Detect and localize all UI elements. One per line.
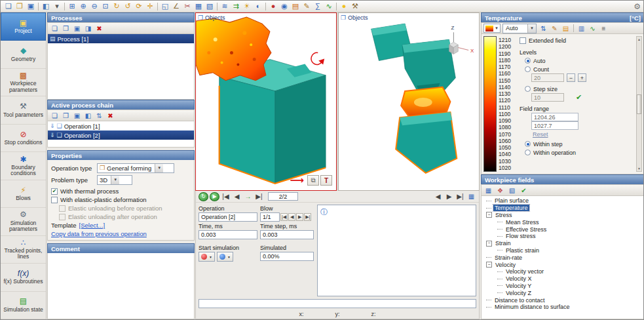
fields-list-icon[interactable]: ▦ (483, 186, 493, 195)
new-document-icon[interactable]: ❏ (3, 2, 14, 11)
sidebar-item-tool-parameters[interactable]: ⚒Tool parameters (1, 96, 46, 124)
start-record-button[interactable]: ▼ (199, 252, 215, 262)
tree-item-mean-stress[interactable]: Mean Stress (482, 218, 644, 226)
transparency-icon[interactable]: ◐ (253, 2, 263, 11)
within-operation-radio[interactable] (525, 150, 531, 155)
tree-item-velocity-vector[interactable]: Velocity vector (482, 268, 644, 275)
previous-blow-icon[interactable]: ◀ (288, 213, 295, 221)
sidebar-item-boundary-conditions[interactable]: ✱Boundary conditions (1, 152, 46, 180)
first-record-icon[interactable]: |◀ (221, 192, 231, 201)
play-records-icon[interactable]: → (243, 192, 253, 201)
tree-item-velocity-x[interactable]: Velocity X (482, 275, 644, 283)
sidebar-item-geometry[interactable]: ◆Geometry (1, 41, 46, 68)
tree-item-strain-rate[interactable]: Strain-rate (482, 254, 644, 261)
palette-dropdown[interactable]: ▼ (483, 24, 501, 33)
record-animation-icon[interactable]: ● (268, 2, 278, 11)
simulation-info-box[interactable]: ⓘ (317, 205, 476, 296)
apply-field-icon[interactable]: ✔ (519, 186, 529, 195)
extended-field-checkbox[interactable] (520, 37, 526, 44)
tree-item-flow-stress[interactable]: Flow stress (482, 233, 644, 240)
operation-item-1[interactable]: ⇓ ❑ Operation [1] (48, 121, 194, 130)
save-project-icon[interactable]: ▣ (26, 2, 36, 11)
scale-mode-select[interactable]: Auto ▼ (502, 24, 537, 33)
range-max-input[interactable]: 1204.26 (531, 113, 578, 121)
lighting-icon[interactable]: ☀ (242, 2, 252, 11)
tool-labels-button[interactable]: T (320, 175, 332, 186)
delete-operation-icon[interactable]: ✖ (105, 111, 115, 120)
open-project-icon[interactable]: ❐ (14, 2, 25, 11)
tree-item-velocity[interactable]: −Velocity (482, 261, 644, 268)
settings-gear-icon[interactable]: ⚙ (634, 2, 641, 11)
graphs-icon[interactable]: ∿ (324, 2, 334, 11)
statistics-icon[interactable]: ∑ (313, 2, 323, 11)
previous-record-icon[interactable]: ◀ (232, 192, 242, 201)
viewport-right[interactable]: ❐ Objects (338, 12, 480, 191)
zoom-all-icon[interactable]: ⊡ (100, 2, 111, 11)
continue-simulation-icon[interactable]: ▶ (210, 192, 219, 201)
color-bands-icon[interactable]: ▤ (561, 24, 571, 33)
restart-simulation-icon[interactable]: ↻ (199, 192, 208, 201)
time-step-field[interactable]: 0.003 (260, 230, 314, 239)
step-size-input[interactable]: 10 (531, 93, 564, 102)
last-step-icon[interactable]: ▶| (455, 192, 465, 201)
levels-auto-radio[interactable] (525, 58, 531, 64)
tree-item-velocity-y[interactable]: Velocity Y (482, 283, 644, 290)
reset-link[interactable]: Reset (533, 131, 548, 138)
scroll-thumb[interactable] (637, 94, 641, 114)
sidebar-item-blows[interactable]: ⚡Blows (1, 180, 46, 208)
zoom-window-icon[interactable]: ⊞ (67, 2, 77, 11)
collapse-icon[interactable]: − (486, 262, 492, 268)
legend-settings-icon[interactable]: ≡ (599, 24, 609, 33)
tree-item-distance-to-contact[interactable]: Distance to contact (482, 296, 644, 304)
notes-icon[interactable]: ✎ (301, 2, 312, 11)
copy-previous-operation-link[interactable]: Copy data from previous operation (51, 230, 147, 237)
tree-item-temperature[interactable]: Temperature (482, 205, 644, 212)
process-export-icon[interactable]: ◨ (83, 24, 93, 33)
last-blow-icon[interactable]: ▶| (304, 213, 311, 221)
report-icon[interactable]: ▤ (290, 2, 301, 11)
temperature-scrollbar[interactable]: ▲ ▼ (636, 36, 642, 172)
new-process-icon[interactable]: ❏ (50, 24, 60, 33)
sidebar-item-simulation-parameters[interactable]: ⚙Simulation parameters (1, 208, 46, 235)
next-step-icon[interactable]: ▶ (444, 192, 454, 201)
edit-levels-icon[interactable]: ✎ (550, 24, 559, 33)
records-table-icon[interactable]: ▦ (466, 192, 476, 201)
lamp-indicator-icon[interactable]: ● (339, 2, 349, 11)
zoom-out-icon[interactable]: ⊖ (89, 2, 100, 11)
template-select-link[interactable]: [Select...] (79, 222, 105, 229)
sidebar-item-project[interactable]: ▣Project (1, 12, 46, 41)
tree-item-velocity-z[interactable]: Velocity Z (482, 289, 644, 296)
problem-type-select[interactable]: 3D ▼ (97, 175, 132, 185)
tree-item-minimum-distance-to-surface[interactable]: Minimum distance to surface (482, 304, 644, 311)
operation-field[interactable]: Operation [2] (199, 212, 257, 222)
screen-layout-icon[interactable]: ◧ (41, 2, 51, 11)
tree-item-effective-stress[interactable]: Effective Stress (482, 226, 644, 233)
apply-check-icon[interactable]: ✔ (576, 93, 582, 102)
vectors-display-icon[interactable]: ⇉ (231, 2, 241, 11)
sidebar-item-f-x-subroutines[interactable]: f(x)f(x) Subroutines (1, 264, 46, 291)
spin-view-icon[interactable]: ⟳ (134, 2, 144, 11)
viewport-left[interactable]: ❐ Objects (195, 12, 337, 191)
process-window-icon[interactable]: ▣ (72, 24, 82, 33)
tree-item-strain[interactable]: −Strain (482, 240, 644, 247)
remote-run-button[interactable]: ▼ (217, 252, 233, 262)
link-views-button[interactable]: ⧉ (307, 175, 319, 186)
count-increase-button[interactable]: + (578, 73, 586, 82)
sidebar-item-tracked-points-lines[interactable]: ∴Tracked points, lines (1, 236, 46, 264)
distribution-icon[interactable]: ∿ (588, 24, 597, 33)
last-record-icon[interactable]: ▶| (254, 192, 264, 201)
paste-operation-icon[interactable]: ▣ (72, 111, 82, 120)
clip-plane-icon[interactable]: ✂ (182, 2, 193, 11)
copy-operation-icon[interactable]: ❐ (61, 111, 71, 120)
count-decrease-button[interactable]: − (567, 73, 575, 82)
operation-reorder-icon[interactable]: ⇅ (94, 111, 104, 120)
first-blow-icon[interactable]: |◀ (280, 213, 288, 221)
previous-step-icon[interactable]: ◀ (433, 192, 443, 201)
with-elastic-plastic-checkbox[interactable] (51, 197, 58, 203)
comment-textarea[interactable] (47, 253, 195, 319)
sidebar-item-workpiece-parameters[interactable]: ▩Workpiece parameters (1, 69, 46, 96)
with-thermal-checkbox[interactable]: ✔ (51, 188, 58, 195)
scroll-down-icon[interactable]: ▼ (637, 167, 641, 170)
delete-process-icon[interactable]: ✖ (94, 24, 104, 33)
within-step-radio[interactable] (525, 141, 531, 147)
